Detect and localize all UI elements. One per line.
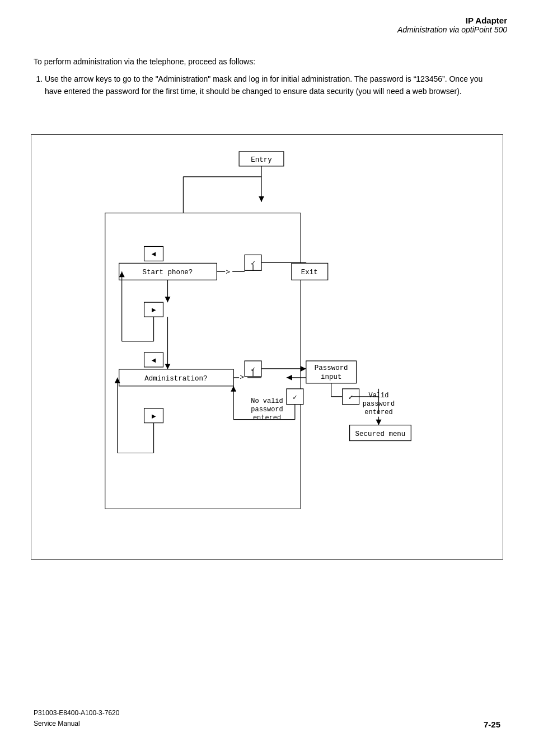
svg-text:No valid: No valid (251, 397, 283, 405)
svg-text:►: ► (152, 412, 156, 421)
svg-text:✓: ✓ (349, 393, 353, 402)
page-footer: P31003-E8400-A100-3-7620 Service Manual (34, 708, 119, 729)
svg-text:✓: ✓ (293, 393, 297, 402)
svg-text:Entry: Entry (251, 156, 272, 164)
svg-text:password: password (251, 406, 283, 414)
header-title: IP Adapter (397, 16, 507, 25)
header-subtitle: Administration via optiPoint 500 (397, 25, 507, 34)
flow-diagram: text { font-family: 'Courier New', monos… (31, 135, 503, 559)
svg-text:►: ► (152, 306, 156, 314)
page-header: IP Adapter Administration via optiPoint … (397, 16, 507, 34)
svg-text:◄: ◄ (152, 356, 156, 365)
svg-text:Start phone?: Start phone? (143, 269, 193, 276)
step-1: Use the arrow keys to go to the "Adminis… (45, 73, 500, 98)
svg-rect-7 (105, 213, 301, 509)
svg-marker-70 (376, 420, 381, 425)
svg-text:input: input (321, 373, 341, 381)
footer-left: P31003-E8400-A100-3-7620 Service Manual (34, 708, 119, 729)
step-list: Use the arrow keys to go to the "Adminis… (34, 73, 500, 98)
svg-marker-3 (259, 196, 264, 202)
svg-text:Administration?: Administration? (144, 375, 207, 383)
svg-text:entered: entered (253, 414, 281, 422)
svg-text:Exit: Exit (301, 269, 318, 276)
svg-text:Password: Password (315, 364, 348, 372)
svg-text:Secured menu: Secured menu (355, 430, 406, 438)
footer-line1: P31003-E8400-A100-3-7620 (34, 708, 119, 719)
diagram-container: text { font-family: 'Courier New', monos… (31, 134, 503, 560)
svg-text:>: > (226, 268, 230, 276)
svg-text:◄: ◄ (152, 250, 156, 259)
svg-marker-44 (301, 366, 306, 372)
svg-text:>: > (240, 373, 244, 382)
page-number: 7-25 (484, 720, 500, 729)
footer-line2: Service Manual (34, 719, 119, 729)
intro-text: To perform administration via the teleph… (34, 56, 500, 68)
